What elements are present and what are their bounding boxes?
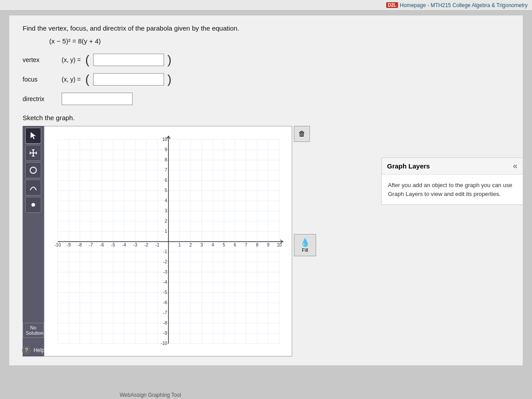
directrix-row: directrix — [23, 93, 509, 105]
top-bar: D2L Homepage - MTH215 College Algebra & … — [0, 0, 532, 11]
svg-marker-0 — [31, 132, 36, 139]
graph-layers-collapse[interactable]: « — [513, 161, 517, 171]
directrix-input[interactable] — [62, 93, 133, 105]
svg-point-7 — [30, 167, 36, 173]
graph-layers-header: Graph Layers « — [382, 158, 523, 175]
d2l-badge: D2L — [386, 2, 398, 8]
parabola-tool[interactable] — [25, 180, 41, 196]
graph-layers-title: Graph Layers — [387, 162, 430, 170]
directrix-label: directrix — [23, 95, 58, 102]
webassign-footer: WebAssign Graphing Tool — [120, 392, 181, 398]
focus-row: focus (x, y) = ( ) — [23, 73, 509, 86]
homepage-link[interactable]: D2L Homepage - MTH215 College Algebra & … — [386, 2, 528, 8]
focus-open-paren: ( — [85, 73, 89, 86]
graph-layers-body: After you add an object to the graph you… — [382, 175, 523, 204]
problem-equation: (x − 5)² = 8(y + 4) — [49, 37, 509, 45]
no-solution-button[interactable]: No Solution — [23, 323, 44, 338]
graph-canvas[interactable] — [44, 126, 292, 356]
vertex-label: vertex — [23, 56, 58, 63]
tools-panel: No Solution ? Help — [23, 126, 44, 356]
vertex-row: vertex (x, y) = ( ) — [23, 54, 509, 66]
homepage-text: Homepage - MTH215 College Algebra & Trig… — [400, 2, 528, 8]
focus-label: focus — [23, 76, 58, 83]
vertex-close-paren: ) — [168, 54, 172, 66]
help-bar: ? Help — [22, 346, 45, 355]
focus-input[interactable] — [93, 73, 164, 86]
point-tool[interactable] — [25, 197, 41, 213]
problem-instruction: Find the vertex, focus, and directrix of… — [23, 24, 509, 32]
graph-layers-panel: Graph Layers « After you add an object t… — [381, 157, 523, 205]
fill-label: Fill — [302, 247, 308, 253]
help-label[interactable]: Help — [34, 347, 45, 353]
focus-close-paren: ) — [168, 73, 172, 86]
vertex-open-paren: ( — [85, 54, 89, 66]
vertex-expr: (x, y) = — [62, 56, 81, 63]
cursor-tool[interactable] — [25, 128, 41, 144]
sketch-label: Sketch the graph. — [23, 114, 509, 121]
circle-tool[interactable] — [25, 162, 41, 178]
fill-button[interactable]: 💧 Fill — [294, 234, 316, 256]
help-icon[interactable]: ? — [22, 346, 31, 355]
vertex-input[interactable] — [93, 54, 164, 66]
resize-tool[interactable] — [25, 145, 41, 161]
svg-point-8 — [31, 203, 35, 207]
right-panel: 🗑 💧 Fill — [294, 126, 316, 256]
focus-expr: (x, y) = — [62, 76, 81, 83]
trash-button[interactable]: 🗑 — [294, 126, 310, 142]
